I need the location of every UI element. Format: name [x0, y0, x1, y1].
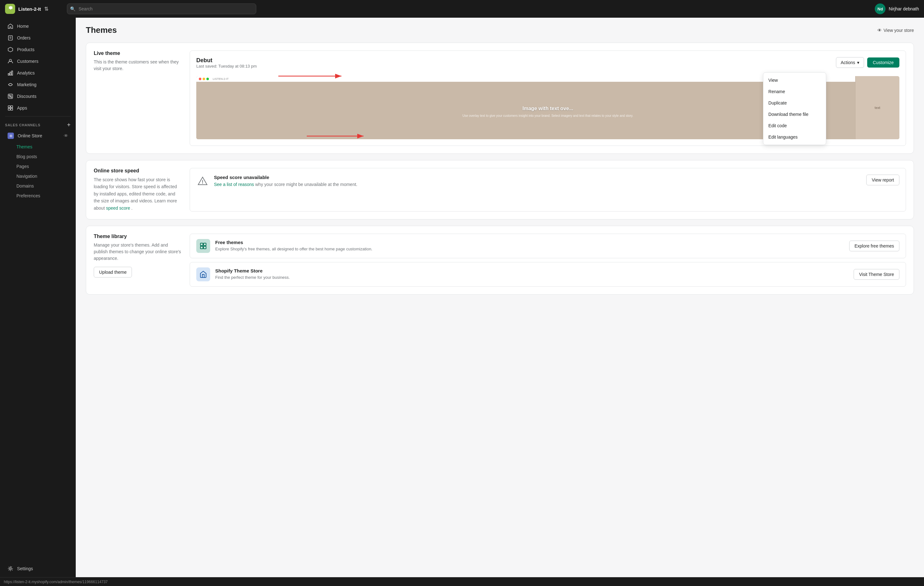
live-theme-info: Live theme This is the theme customers s…	[94, 51, 182, 146]
reasons-link[interactable]: See a list of reasons	[214, 182, 254, 187]
theme-card: Debut Last saved: Tuesday at 08:13 pm Ac…	[190, 51, 906, 146]
theme-card-header: Debut Last saved: Tuesday at 08:13 pm Ac…	[196, 57, 899, 74]
customize-button[interactable]: Customize	[867, 58, 899, 68]
view-store-button[interactable]: 👁 View your store	[877, 28, 914, 33]
sidebar-item-apps[interactable]: Apps	[3, 102, 73, 114]
dropdown-item-download[interactable]: Download theme file	[763, 109, 826, 120]
orders-icon	[8, 35, 13, 41]
eye-icon: 👁	[877, 28, 882, 33]
theme-store-content: Shopify Theme Store Find the perfect the…	[215, 268, 848, 280]
search-input[interactable]	[67, 3, 256, 14]
alert-icon	[196, 175, 209, 187]
theme-library-section: Theme library Manage your store's themes…	[86, 226, 914, 295]
svg-rect-24	[203, 243, 206, 246]
online-store-label: Online Store	[18, 133, 42, 138]
free-themes-card: Free themes Explore Shopify's free theme…	[190, 233, 906, 258]
dot-red	[199, 78, 201, 80]
sidebar-item-blog-posts[interactable]: Blog posts	[3, 152, 73, 161]
svg-point-22	[202, 183, 203, 184]
customers-icon	[8, 58, 13, 64]
library-cards: Free themes Explore Shopify's free theme…	[190, 233, 906, 287]
dropdown-item-duplicate[interactable]: Duplicate	[763, 97, 826, 109]
sidebar-item-settings[interactable]: Settings	[3, 563, 73, 574]
brand-chevron-icon[interactable]: ⇅	[44, 6, 48, 12]
speed-desc: The score shows how fast your store is l…	[94, 176, 182, 212]
actions-dropdown-menu: View Rename Duplicate Download theme fil…	[763, 72, 826, 145]
library-layout: Theme library Manage your store's themes…	[94, 233, 906, 287]
sidebar-item-customers[interactable]: Customers	[3, 56, 73, 67]
sales-channels-label: SALES CHANNELS +	[0, 119, 76, 129]
settings-icon	[8, 566, 13, 571]
theme-saved: Last saved: Tuesday at 08:13 pm	[196, 64, 257, 68]
sidebar-item-analytics[interactable]: Analytics	[3, 67, 73, 79]
products-icon	[8, 47, 13, 52]
speed-card: Speed score unavailable See a list of re…	[190, 168, 906, 212]
upload-theme-button[interactable]: Upload theme	[94, 267, 132, 278]
sidebar-nav: Home Orders Products Customers Analytics…	[0, 18, 76, 563]
actions-dropdown-container: Actions ▾ View Rename Duplicate Download…	[836, 57, 864, 68]
brand-name: Listen-2-It	[18, 6, 41, 12]
sidebar-item-domains[interactable]: Domains	[3, 181, 73, 191]
theme-card-left: Debut Last saved: Tuesday at 08:13 pm	[196, 57, 257, 74]
explore-free-themes-button[interactable]: Explore free themes	[849, 241, 899, 251]
sidebar-item-products[interactable]: Products	[3, 44, 73, 55]
speed-content: Speed score unavailable See a list of re…	[214, 175, 861, 187]
search-bar[interactable]: 🔍	[67, 3, 256, 14]
theme-store-desc: Find the perfect theme for your business…	[215, 275, 848, 280]
discounts-icon	[8, 93, 13, 99]
sidebar-item-online-store[interactable]: ⊞ Online Store 👁	[3, 130, 73, 142]
sidebar-item-orders[interactable]: Orders	[3, 32, 73, 43]
svg-rect-6	[10, 72, 11, 75]
dropdown-item-edit-code[interactable]: Edit code	[763, 120, 826, 131]
sidebar-item-discounts[interactable]: Discounts	[3, 91, 73, 102]
visit-theme-store-button[interactable]: Visit Theme Store	[854, 269, 899, 280]
page-title: Themes	[86, 25, 117, 35]
sidebar-item-marketing[interactable]: Marketing	[3, 79, 73, 90]
svg-rect-14	[8, 108, 10, 110]
sidebar-item-home[interactable]: Home	[3, 20, 73, 32]
home-icon	[8, 23, 13, 29]
library-desc: Manage your store's themes. Add and publ…	[94, 242, 182, 262]
online-store-sub-nav: Themes Blog posts Pages Navigation Domai…	[0, 142, 76, 200]
svg-point-9	[11, 97, 12, 98]
theme-store-icon	[196, 267, 210, 281]
live-theme-desc: This is the theme customers see when the…	[94, 59, 182, 72]
preview-right: text	[855, 76, 899, 139]
actions-button[interactable]: Actions ▾	[836, 57, 864, 68]
live-theme-section: Live theme This is the theme customers s…	[86, 43, 914, 154]
statusbar-url: https://listen-2-it.myshopify.com/admin/…	[4, 580, 107, 584]
view-report-button[interactable]: View report	[866, 175, 899, 185]
sidebar-item-themes[interactable]: Themes	[3, 142, 73, 152]
preview-url: LISTEN-2-IT	[213, 77, 229, 81]
preview-right-text: text	[871, 106, 884, 109]
dropdown-item-rename[interactable]: Rename	[763, 86, 826, 97]
sidebar-item-navigation[interactable]: Navigation	[3, 171, 73, 181]
warning-triangle-icon	[198, 176, 208, 186]
dropdown-item-edit-languages[interactable]: Edit languages	[763, 131, 826, 143]
speed-score-link[interactable]: speed score	[106, 205, 130, 210]
svg-rect-7	[12, 71, 13, 76]
svg-rect-23	[200, 243, 203, 246]
sidebar: Home Orders Products Customers Analytics…	[0, 18, 76, 577]
free-themes-title: Free themes	[215, 240, 844, 245]
user-menu[interactable]: Nd Nirjhar debnath	[875, 3, 919, 14]
speed-info: Online store speed The score shows how f…	[94, 168, 182, 212]
user-name: Nirjhar debnath	[889, 6, 919, 12]
dropdown-item-view[interactable]: View	[763, 74, 826, 86]
brand[interactable]: Listen-2-It ⇅	[5, 4, 62, 14]
free-themes-content: Free themes Explore Shopify's free theme…	[215, 240, 844, 252]
speed-title: Online store speed	[94, 168, 182, 174]
sidebar-item-pages[interactable]: Pages	[3, 162, 73, 171]
topbar: Listen-2-It ⇅ 🔍 Nd Nirjhar debnath	[0, 0, 924, 18]
live-theme-layout: Live theme This is the theme customers s…	[94, 51, 906, 146]
eye-icon[interactable]: 👁	[64, 133, 68, 138]
svg-rect-13	[11, 106, 13, 108]
shopify-logo	[5, 4, 15, 14]
sidebar-bottom: Settings	[0, 563, 76, 577]
free-themes-icon	[196, 239, 210, 253]
theme-actions: Actions ▾ View Rename Duplicate Download…	[836, 57, 899, 68]
speed-layout: Online store speed The score shows how f…	[94, 168, 906, 212]
add-sales-channel-button[interactable]: +	[67, 122, 71, 128]
svg-rect-12	[8, 106, 10, 108]
sidebar-item-preferences[interactable]: Preferences	[3, 191, 73, 200]
